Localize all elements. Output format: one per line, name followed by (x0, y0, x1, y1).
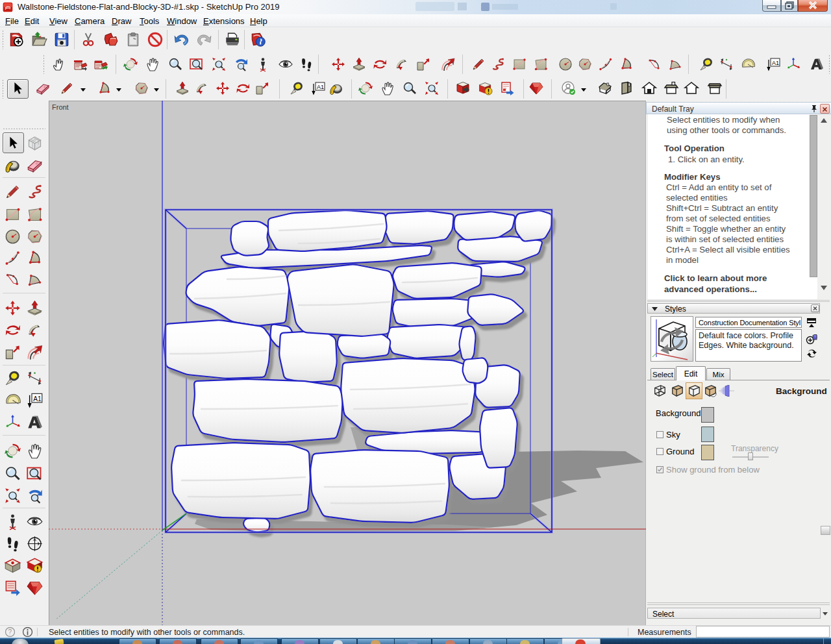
svg-text:Front: Front (52, 103, 69, 111)
svg-text:?: ? (8, 628, 12, 636)
